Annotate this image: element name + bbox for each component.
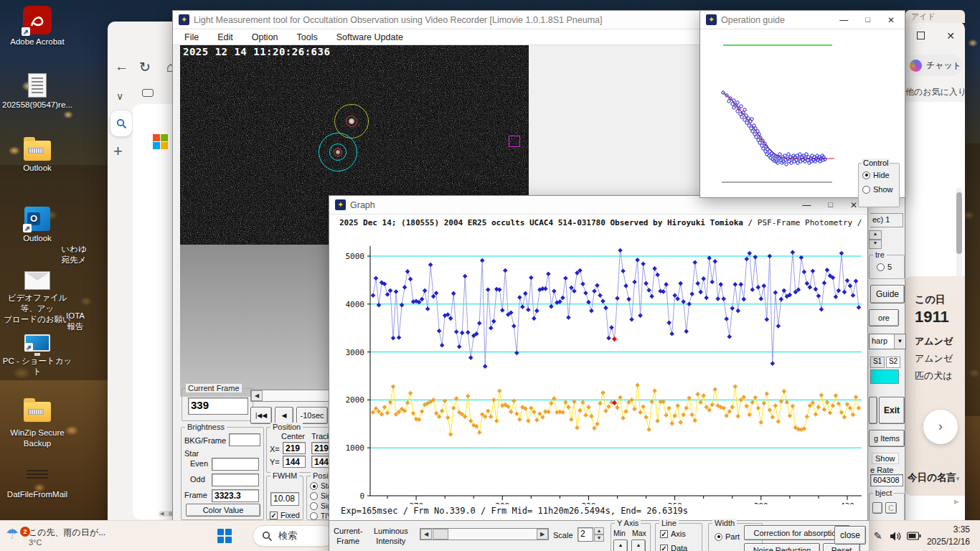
pen-input-icon[interactable]: ✎	[874, 530, 882, 542]
back-icon[interactable]: ←	[115, 59, 128, 75]
radio-sig1[interactable]	[310, 492, 318, 500]
close-icon[interactable]: ✕	[946, 30, 955, 42]
tab-icon[interactable]	[142, 89, 154, 97]
radio-5[interactable]	[877, 263, 885, 271]
opguide-titlebar[interactable]: ✦ Operation guide — □ ✕	[700, 11, 905, 29]
other-favorites-label[interactable]: 他のお気に入り	[905, 86, 966, 98]
clock[interactable]: 3:35 2025/12/16	[927, 524, 970, 549]
frame-brightness-value[interactable]: 3323.3	[212, 489, 259, 502]
fwhm-value[interactable]: 10.08	[270, 492, 299, 506]
prev-frame-button[interactable]: ◀	[275, 407, 293, 424]
scroll-thumb[interactable]	[433, 529, 448, 540]
odd-field[interactable]	[212, 474, 259, 486]
maximize-icon[interactable]: □	[865, 15, 870, 25]
brightness-group: Brightness BKG/Frame Star Even Odd Frame…	[181, 427, 264, 520]
collapse-icon[interactable]: ▼	[955, 476, 961, 482]
radio-sig2[interactable]	[310, 502, 318, 510]
frame-status-line: Exp=165msec / Frm No.339.0 / Frm Mid= 11…	[341, 506, 688, 516]
close-icon[interactable]: ✕	[887, 15, 895, 25]
exit-button[interactable]: Exit	[879, 397, 905, 424]
y-center-value[interactable]: 144	[283, 456, 306, 468]
chevron-down-icon[interactable]: ∨	[116, 90, 123, 102]
guide-button[interactable]: Guide	[870, 285, 905, 303]
noise-reduction-button[interactable]: Noise Reduction	[744, 543, 820, 551]
scroll-right-icon[interactable]: ▶	[537, 529, 548, 540]
desktop-icon-fragment-iota[interactable]: IOTA 報告	[43, 300, 108, 332]
c-button[interactable]: C	[885, 502, 897, 514]
axis-checkbox[interactable]: ✓	[660, 530, 668, 538]
graph-titlebar[interactable]: ✦ Graph — □ ✕	[329, 196, 867, 215]
fixed-checkbox[interactable]: ✓	[270, 512, 278, 519]
graph-scrollbar[interactable]: ◀ ▶	[420, 528, 549, 540]
close-button[interactable]: close	[834, 526, 866, 545]
minimize-icon[interactable]: —	[839, 15, 848, 25]
widget-line: アムンゼ	[915, 352, 953, 365]
fwhm-group: FWHM 10.08 ✓Fixed	[266, 476, 303, 520]
data-checkbox[interactable]: ✓	[660, 545, 668, 551]
clipped-button[interactable]	[869, 397, 877, 424]
guide-control-group: Control Hide Show	[858, 163, 900, 207]
part-radio[interactable]	[715, 533, 722, 541]
search-tab-pill[interactable]	[110, 110, 132, 136]
radio-sta[interactable]	[310, 482, 318, 490]
current-frame-value[interactable]: 339	[188, 397, 248, 415]
dropdown-arrow-icon[interactable]: ▼	[894, 334, 905, 349]
refresh-icon[interactable]: ↻	[139, 59, 151, 75]
luminous-intensity-label: Luminous Intensity	[374, 527, 408, 547]
svg-text:0: 0	[359, 491, 364, 501]
spinner-fragment[interactable]: ▲ ▼	[869, 230, 882, 249]
object-button[interactable]	[872, 502, 882, 514]
desktop-icon-datfile[interactable]: DatFileFromMail	[0, 470, 75, 499]
quote-label[interactable]: 今日の名言	[908, 471, 956, 484]
even-field[interactable]	[212, 458, 259, 471]
ymax-spin-button[interactable]: ▲	[631, 540, 646, 551]
minimize-icon[interactable]: —	[802, 200, 811, 210]
desktop-icon-winzip-backup[interactable]: WinZip Secure Backup	[0, 402, 75, 449]
minus-10sec-button[interactable]: -10sec	[296, 407, 328, 424]
frame-scrollbar[interactable]: ◀	[250, 390, 331, 402]
desktop-icon-fragment-iwayu[interactable]: いわゆ 宛先メ	[42, 233, 106, 265]
menu-file[interactable]: File	[184, 32, 199, 42]
scale-spinner[interactable]: ▲▼	[594, 527, 604, 542]
hide-radio[interactable]	[862, 171, 870, 179]
ymin-spin-button[interactable]: ▲	[613, 540, 628, 551]
first-frame-button[interactable]: |◀◀	[250, 407, 272, 424]
icon-label: DatFileFromMail	[0, 490, 75, 499]
menu-option[interactable]: Option	[252, 32, 278, 42]
scroll-left-icon[interactable]: ◀	[251, 390, 263, 401]
new-tab-plus-icon[interactable]: +	[113, 142, 123, 161]
menu-tools[interactable]: Tools	[297, 32, 318, 42]
color-value-button[interactable]: Color Value	[186, 504, 260, 517]
scroll-thumb[interactable]	[956, 192, 962, 254]
tab-s2[interactable]: S2	[886, 357, 900, 368]
next-arrow-button[interactable]: ›	[923, 410, 958, 444]
bkg-frame-field[interactable]	[229, 433, 260, 446]
sharp-dropdown[interactable]: harp ▼	[869, 334, 906, 349]
desktop-icon-zip-outlook[interactable]: Outlook	[0, 141, 75, 172]
scroll-left-icon[interactable]: ◀	[160, 511, 164, 517]
desktop-icon-document[interactable]: 202558(90547)re...	[0, 73, 75, 109]
radio-tiv[interactable]	[310, 512, 318, 520]
taskbar-search[interactable]: 検索	[253, 525, 334, 547]
scroll-left-icon[interactable]: ◀	[420, 529, 432, 540]
menu-software-update[interactable]: Software Update	[336, 32, 403, 42]
show-radio[interactable]	[862, 186, 870, 194]
weather-widget[interactable]: ☂ 2 この先、雨の日が... 3°C	[6, 525, 113, 542]
maximize-icon[interactable]: □	[828, 200, 833, 210]
expand-icon[interactable]: ▶	[954, 498, 959, 505]
battery-icon[interactable]	[907, 532, 921, 540]
close-icon[interactable]: ✕	[850, 200, 857, 210]
x-center-value[interactable]: 219	[283, 442, 306, 454]
copilot-chat-button[interactable]: チャット	[908, 55, 963, 76]
rate-value[interactable]: 604308	[870, 474, 903, 486]
scale-value[interactable]: 2	[578, 527, 593, 542]
desktop-icon-adobe-acrobat[interactable]: ↗ Adobe Acrobat	[0, 6, 75, 46]
ore-button-fragment[interactable]: ore	[869, 309, 899, 326]
start-button[interactable]	[217, 529, 232, 543]
tab-s1[interactable]: S1	[870, 357, 885, 368]
speaker-icon[interactable]	[890, 531, 902, 542]
items-button-fragment[interactable]: g Items	[869, 430, 905, 447]
desktop-icon-pc-shortcut[interactable]: ↗ PC - ショートカット	[0, 334, 75, 377]
maximize-icon[interactable]	[917, 32, 925, 39]
menu-edit[interactable]: Edit	[217, 32, 233, 42]
